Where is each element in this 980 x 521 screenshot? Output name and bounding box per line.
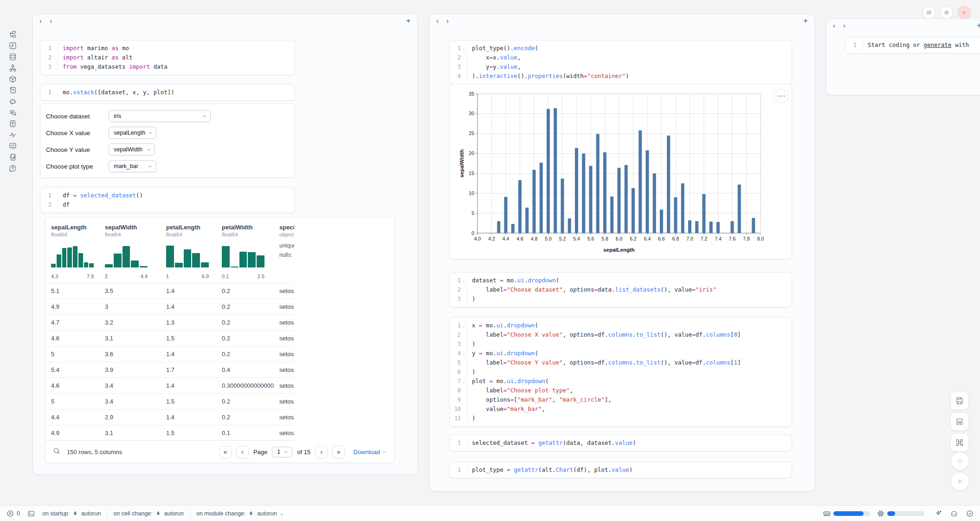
prev-page-button[interactable]: ‹ <box>236 446 249 458</box>
code-line[interactable]: 3) <box>450 294 792 304</box>
cell-dataframe[interactable]: 1df = selected_dataset()2df <box>40 187 295 213</box>
code-line[interactable]: 3) <box>450 339 792 349</box>
code-line[interactable]: 1import marimo as mo <box>40 44 295 53</box>
cell-imports[interactable]: 1import marimo as mo2import altair as al… <box>40 40 295 75</box>
chevron-right-icon[interactable]: › <box>446 14 457 27</box>
table-viewport[interactable]: sepalLengthfloat644.37.9sepalWidthfloat6… <box>45 217 294 441</box>
table-row[interactable]: 53.41.50.2setosa <box>45 393 294 409</box>
gear-icon[interactable] <box>940 6 953 19</box>
code-line[interactable]: 1⌄plot_type().encode( <box>450 44 792 53</box>
cell-dataset-dropdown[interactable]: 1⌄dataset = mo.ui.dropdown(2 label="Choo… <box>449 272 792 307</box>
code-line[interactable]: 2 x=x.value, <box>450 53 792 62</box>
search-icon[interactable] <box>53 447 60 456</box>
generate-link[interactable]: generate <box>923 41 951 48</box>
add-cell-icon[interactable]: + <box>406 16 411 26</box>
column-header-species[interactable]: speciesobjectunique:nulls: <box>274 217 294 283</box>
cell-selected-dataset[interactable]: 1selected_dataset = getattr(data, datase… <box>449 435 792 451</box>
sparkles-icon[interactable] <box>935 510 942 517</box>
script-log-icon[interactable] <box>9 86 17 94</box>
last-page-button[interactable]: » <box>332 446 345 458</box>
table-row[interactable]: 4.63.41.40.30000000000000004setosa <box>45 378 294 393</box>
code-line[interactable]: 3from vega_datasets import data <box>40 62 295 72</box>
chevron-right-icon[interactable]: › <box>50 14 60 27</box>
cell-vstack[interactable]: 1mo.vstack([dataset, x, y, plot]) <box>40 84 295 101</box>
code-line[interactable]: 6) <box>450 367 792 377</box>
dropdown-select-choose-plot-type[interactable]: mark_bar <box>109 160 156 172</box>
runtime-config-1[interactable]: on cell change:autorun <box>113 510 184 517</box>
run-button[interactable] <box>951 472 969 491</box>
code-line[interactable]: 4⌄y = mo.ui.dropdown( <box>450 349 792 358</box>
dependency-graph-icon[interactable] <box>9 64 17 72</box>
add-cell-icon[interactable]: + <box>803 16 808 26</box>
function-square-icon[interactable] <box>9 42 17 50</box>
fold-icon[interactable]: ⌄ <box>461 276 467 285</box>
code-line[interactable]: 2 label="Choose dataset", options=data.l… <box>450 285 792 294</box>
cell-plot[interactable]: 1⌄plot_type().encode(2 x=x.value,3 y=y.v… <box>449 40 792 85</box>
connection-status-icon[interactable] <box>966 510 974 517</box>
download-button[interactable]: Download <box>353 449 387 456</box>
empty-cell[interactable]: 1 Start coding or generate with <box>845 37 980 53</box>
next-page-button[interactable]: › <box>315 446 328 458</box>
code-line[interactable]: 2df <box>40 200 295 209</box>
table-row[interactable]: 4.93.11.50.1setosa <box>45 425 294 441</box>
first-page-button[interactable]: « <box>219 446 232 458</box>
page-select[interactable]: 1 <box>272 447 292 457</box>
table-row[interactable]: 4.42.91.40.2setosa <box>45 409 294 425</box>
menu-icon[interactable] <box>922 6 935 19</box>
fold-icon[interactable]: ⌄ <box>461 44 467 53</box>
activity-icon[interactable] <box>9 131 17 139</box>
save-button[interactable] <box>950 391 969 410</box>
layout-button[interactable] <box>950 412 969 431</box>
scratchpad-icon[interactable] <box>9 153 17 161</box>
code-line[interactable]: 10 value="mark_bar", <box>450 404 792 414</box>
chevron-left-icon[interactable]: ‹ <box>833 19 843 32</box>
add-cell-icon[interactable]: + <box>977 21 980 30</box>
copilot-icon[interactable] <box>950 510 958 517</box>
bar-chart[interactable]: 4.04.24.44.64.85.05.25.45.65.86.06.26.46… <box>458 88 790 257</box>
code-line[interactable]: 3 y=y.value, <box>450 62 792 72</box>
code-line[interactable]: 1selected_dataset = getattr(data, datase… <box>450 438 792 448</box>
code-line[interactable]: 7⌄plot = mo.ui.dropdown( <box>450 377 792 386</box>
terminal-button[interactable] <box>27 510 35 517</box>
code-line[interactable]: 1plot_type = getattr(alt.Chart(df), plot… <box>450 465 792 475</box>
dropdown-select-choose-dataset[interactable]: iris <box>109 110 211 122</box>
list-search-icon[interactable] <box>9 109 17 117</box>
table-row[interactable]: 53.61.40.2setosa <box>45 346 294 362</box>
errors-indicator[interactable]: 0 <box>6 510 20 517</box>
stop-button[interactable] <box>951 452 969 470</box>
command-palette-button[interactable] <box>950 433 969 452</box>
code-placeholder[interactable]: Start coding or generate with <box>863 40 980 50</box>
database-icon[interactable] <box>9 53 17 61</box>
document-icon[interactable] <box>9 120 17 128</box>
file-tree-icon[interactable] <box>9 31 17 39</box>
code-line[interactable]: 2import altair as alt <box>40 53 295 62</box>
chevron-left-icon[interactable]: ‹ <box>436 14 446 27</box>
code-line[interactable]: 9 options=["mark_bar", "mark_circle"], <box>450 395 792 404</box>
code-line[interactable]: 1⌄x = mo.ui.dropdown( <box>450 321 792 330</box>
code-snippet-icon[interactable] <box>9 142 17 150</box>
cell-plot-type[interactable]: 1plot_type = getattr(alt.Chart(df), plot… <box>449 462 792 478</box>
table-row[interactable]: 5.43.91.70.4setosa <box>45 362 294 378</box>
column-header-petalWidth[interactable]: petalWidthfloat640.12.5 <box>216 217 274 283</box>
dropdown-select-choose-y-value[interactable]: sepalWidth <box>109 143 155 156</box>
chart-menu-button[interactable] <box>774 89 788 103</box>
column-header-sepalLength[interactable]: sepalLengthfloat644.37.9 <box>45 217 99 283</box>
column-header-sepalWidth[interactable]: sepalWidthfloat6424.4 <box>99 217 161 283</box>
runtime-config-2[interactable]: on module change:autorun⌄ <box>196 510 284 517</box>
table-row[interactable]: 4.63.11.50.2setosa <box>45 330 294 346</box>
code-line[interactable]: 1mo.vstack([dataset, x, y, plot]) <box>40 88 295 97</box>
chevron-right-icon[interactable]: › <box>843 19 853 32</box>
table-row[interactable]: 4.73.21.30.2setosa <box>45 314 294 330</box>
runtime-config-0[interactable]: on startup:autorun <box>42 510 101 517</box>
chevron-left-icon[interactable]: ‹ <box>39 14 50 27</box>
code-line[interactable]: 1df = selected_dataset() <box>40 191 295 200</box>
fold-icon[interactable]: ⌄ <box>461 321 467 330</box>
help-icon[interactable] <box>9 164 17 172</box>
package-icon[interactable] <box>9 75 17 83</box>
code-line[interactable]: 11) <box>450 414 792 423</box>
table-row[interactable]: 5.13.51.40.2setosa <box>45 283 294 299</box>
code-line[interactable]: 4).interactive().properties(width="conta… <box>450 72 792 81</box>
column-header-petalLength[interactable]: petalLengthfloat6416.9 <box>161 217 216 283</box>
code-line[interactable]: 2 label="Choose X value", options=df.col… <box>450 330 792 339</box>
fold-icon[interactable]: ⌄ <box>461 377 467 386</box>
